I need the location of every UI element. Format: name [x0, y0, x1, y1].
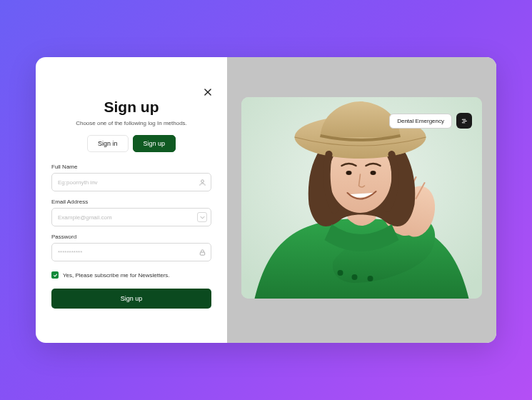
newsletter-row: Yes, Please subscribe me for Newsletters… — [51, 271, 211, 279]
email-input-wrap — [51, 208, 211, 226]
password-input-wrap — [51, 243, 211, 261]
field-fullname: Full Name — [51, 164, 211, 191]
auth-tabs: Sign in Sign up — [51, 135, 211, 152]
svg-point-12 — [346, 171, 352, 175]
email-label: Email Address — [51, 199, 211, 205]
password-input[interactable] — [51, 243, 211, 261]
svg-point-2 — [201, 179, 204, 182]
hero-panel: Dental Emergency — [227, 57, 496, 343]
email-input[interactable] — [51, 208, 211, 226]
newsletter-checkbox[interactable] — [51, 271, 59, 279]
filter-icon[interactable] — [456, 113, 472, 129]
fullname-input[interactable] — [51, 173, 211, 191]
lock-icon — [197, 247, 207, 257]
svg-point-5 — [338, 270, 343, 276]
hero-badges: Dental Emergency — [389, 113, 472, 129]
tab-signin[interactable]: Sign in — [87, 135, 129, 152]
svg-point-13 — [371, 171, 376, 175]
fullname-label: Full Name — [51, 164, 211, 170]
user-icon — [197, 177, 207, 187]
svg-rect-3 — [200, 252, 204, 255]
form-panel: Sign up Choose one of the following log … — [36, 57, 227, 343]
field-email: Email Address — [51, 199, 211, 226]
svg-point-6 — [352, 274, 358, 280]
dental-emergency-badge[interactable]: Dental Emergency — [389, 114, 452, 129]
password-label: Password — [51, 234, 211, 240]
hero-image: Dental Emergency — [241, 97, 482, 299]
signup-button[interactable]: Sign up — [51, 289, 211, 309]
close-icon[interactable] — [203, 87, 213, 97]
svg-point-7 — [368, 276, 373, 281]
tab-signup[interactable]: Sign up — [133, 135, 176, 152]
signup-modal: Sign up Choose one of the following log … — [36, 57, 496, 343]
field-password: Password — [51, 234, 211, 261]
fullname-input-wrap — [51, 173, 211, 191]
newsletter-label: Yes, Please subscribe me for Newsletters… — [63, 272, 170, 279]
envelope-icon — [197, 212, 207, 222]
page-title: Sign up — [51, 99, 211, 116]
page-subtitle: Choose one of the following log In metho… — [51, 120, 211, 126]
